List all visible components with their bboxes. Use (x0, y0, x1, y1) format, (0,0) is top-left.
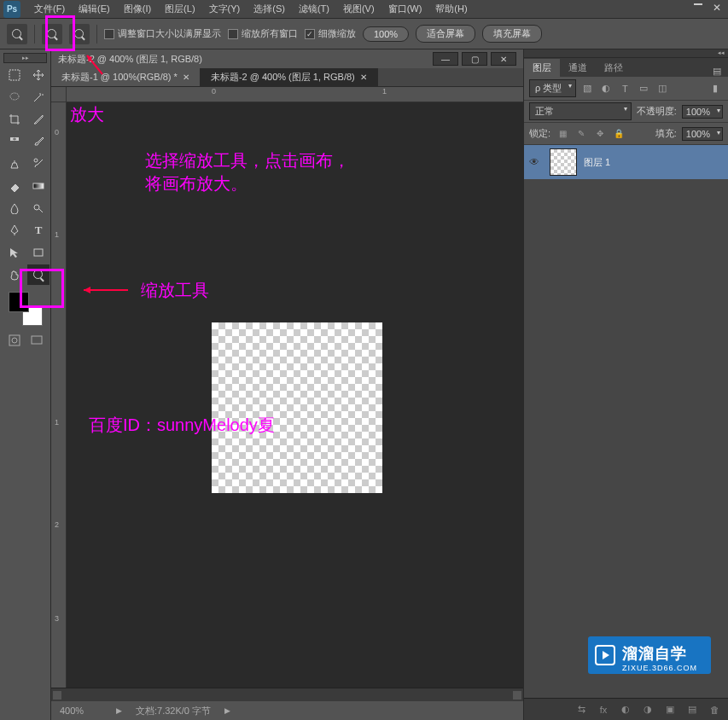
close-icon[interactable]: ✕ (360, 73, 367, 82)
zoom-all-checkbox[interactable]: 缩放所有窗口 (228, 27, 298, 40)
watermark-subtitle: ZIXUE.3D66.COM (622, 664, 697, 672)
zoom-in-icon[interactable] (42, 24, 62, 44)
visibility-eye-icon[interactable]: 👁 (529, 156, 543, 168)
foreground-color-swatch[interactable] (9, 292, 29, 312)
svg-rect-0 (9, 70, 20, 80)
menu-image[interactable]: 图像(I) (117, 3, 158, 15)
menu-layer[interactable]: 图层(L) (158, 3, 201, 15)
opacity-field[interactable]: 100% (682, 105, 723, 119)
tab-paths[interactable]: 路径 (596, 59, 632, 77)
quick-mask-icon[interactable] (6, 333, 23, 348)
zoom-100-button[interactable]: 100% (363, 26, 409, 42)
gradient-tool[interactable] (27, 176, 50, 196)
adjustment-layer-icon[interactable]: ◑ (641, 703, 655, 717)
close-icon[interactable]: ✕ (183, 73, 189, 82)
eyedropper-tool[interactable] (27, 109, 50, 130)
vertical-ruler[interactable]: 0 1 1 2 3 (51, 102, 67, 688)
healing-brush-tool[interactable] (3, 131, 26, 152)
marquee-tool[interactable] (3, 65, 26, 85)
path-selection-tool[interactable] (3, 242, 26, 263)
layer-thumbnail[interactable] (550, 148, 577, 176)
status-dropdown-icon[interactable]: ▶ (224, 706, 230, 715)
blend-mode-dropdown[interactable]: 正常 (529, 102, 632, 120)
doc-minimize-button[interactable]: — (433, 52, 458, 66)
filter-smart-icon[interactable]: ◫ (655, 81, 670, 96)
menu-view[interactable]: 视图(V) (336, 3, 381, 15)
canvas-viewport[interactable] (67, 102, 523, 688)
crop-tool[interactable] (3, 109, 26, 130)
filter-shape-icon[interactable]: ▭ (636, 81, 651, 96)
window-minimize-icon[interactable] (694, 3, 702, 5)
history-brush-tool[interactable] (27, 154, 50, 174)
menu-text[interactable]: 文字(Y) (202, 3, 248, 15)
panel-collapse-icon[interactable]: ◂◂ (524, 49, 728, 58)
menu-window[interactable]: 窗口(W) (381, 3, 429, 15)
zoom-tool[interactable] (27, 264, 50, 285)
svg-rect-7 (9, 335, 20, 345)
layer-style-icon[interactable]: fx (597, 703, 610, 717)
layer-name[interactable]: 图层 1 (584, 156, 610, 169)
new-layer-icon[interactable]: ▤ (685, 703, 699, 717)
menu-file[interactable]: 文件(F) (27, 3, 72, 15)
lock-pixels-icon[interactable]: ✎ (574, 127, 588, 141)
lock-position-icon[interactable]: ✥ (593, 127, 607, 141)
filter-adjustment-icon[interactable]: ◐ (598, 81, 614, 96)
ruler-tick-label: 3 (55, 614, 59, 623)
delete-layer-icon[interactable]: 🗑 (708, 703, 721, 717)
toolbox-collapse-icon[interactable]: ▸▸ (3, 53, 47, 63)
menu-select[interactable]: 选择(S) (247, 3, 292, 15)
link-layers-icon[interactable]: ⇆ (574, 703, 588, 717)
ruler-origin[interactable] (51, 87, 67, 102)
fit-window-checkbox[interactable]: 调整窗口大小以满屏显示 (104, 27, 221, 40)
filter-pixel-icon[interactable]: ▧ (579, 81, 595, 96)
blur-tool[interactable] (3, 198, 26, 218)
dodge-tool[interactable] (27, 198, 50, 218)
layer-mask-icon[interactable]: ◐ (619, 703, 632, 717)
tab-layers[interactable]: 图层 (524, 59, 560, 77)
lock-all-icon[interactable]: 🔒 (612, 127, 626, 141)
move-tool[interactable] (27, 65, 50, 85)
menu-help[interactable]: 帮助(H) (428, 3, 474, 15)
scrub-zoom-checkbox[interactable]: 细微缩放 (305, 27, 356, 40)
filter-toggle-icon[interactable]: ▮ (708, 81, 723, 96)
color-swatches[interactable] (9, 292, 43, 326)
panel-menu-icon[interactable]: ▤ (706, 66, 728, 77)
fill-field[interactable]: 100% (682, 127, 723, 141)
pen-tool[interactable] (3, 220, 26, 241)
document-tab-1[interactable]: 未标题-1 @ 100%(RGB/8) *✕ (51, 68, 201, 86)
document-tab-label: 未标题-2 @ 400% (图层 1, RGB/8) (211, 71, 355, 84)
lock-label: 锁定: (529, 127, 550, 140)
magic-wand-tool[interactable] (27, 87, 50, 107)
status-menu-icon[interactable]: ▶ (116, 706, 122, 715)
filter-kind-dropdown[interactable]: ρ 类型 (529, 79, 576, 97)
screen-mode-icon[interactable] (28, 333, 45, 348)
zoom-level-field[interactable]: 400% (60, 705, 102, 716)
document-tab-2[interactable]: 未标题-2 @ 400% (图层 1, RGB/8)✕ (201, 68, 378, 86)
clone-stamp-tool[interactable] (3, 154, 26, 174)
horizontal-ruler[interactable]: 0 1 (67, 87, 523, 102)
lasso-tool[interactable] (3, 87, 26, 107)
canvas[interactable] (212, 322, 382, 493)
doc-maximize-button[interactable]: ▢ (462, 52, 487, 66)
divider (34, 25, 35, 44)
menu-filter[interactable]: 滤镜(T) (292, 3, 336, 15)
horizontal-scrollbar[interactable] (51, 688, 523, 701)
options-bar: 调整窗口大小以满屏显示 缩放所有窗口 细微缩放 100% 适合屏幕 填充屏幕 (0, 19, 728, 49)
rectangle-tool[interactable] (27, 242, 50, 263)
eraser-tool[interactable] (3, 176, 26, 196)
hand-tool[interactable] (3, 264, 26, 285)
brush-tool[interactable] (27, 131, 50, 152)
document-area: 未标题-2 @ 400% (图层 1, RGB/8) — ▢ ✕ 未标题-1 @… (51, 49, 523, 720)
fill-screen-button[interactable]: 填充屏幕 (482, 25, 542, 43)
fit-screen-button[interactable]: 适合屏幕 (416, 25, 475, 43)
new-group-icon[interactable]: ▣ (663, 703, 677, 717)
window-close-icon[interactable]: ✕ (713, 2, 721, 14)
doc-close-button[interactable]: ✕ (491, 52, 516, 66)
zoom-out-icon[interactable] (69, 24, 90, 44)
lock-transparent-icon[interactable]: ▦ (556, 127, 569, 141)
filter-type-icon[interactable]: T (617, 81, 632, 96)
type-tool[interactable]: T (27, 220, 50, 241)
menu-edit[interactable]: 编辑(E) (72, 3, 117, 15)
layer-row[interactable]: 👁 图层 1 (524, 145, 728, 179)
tab-channels[interactable]: 通道 (560, 59, 596, 77)
